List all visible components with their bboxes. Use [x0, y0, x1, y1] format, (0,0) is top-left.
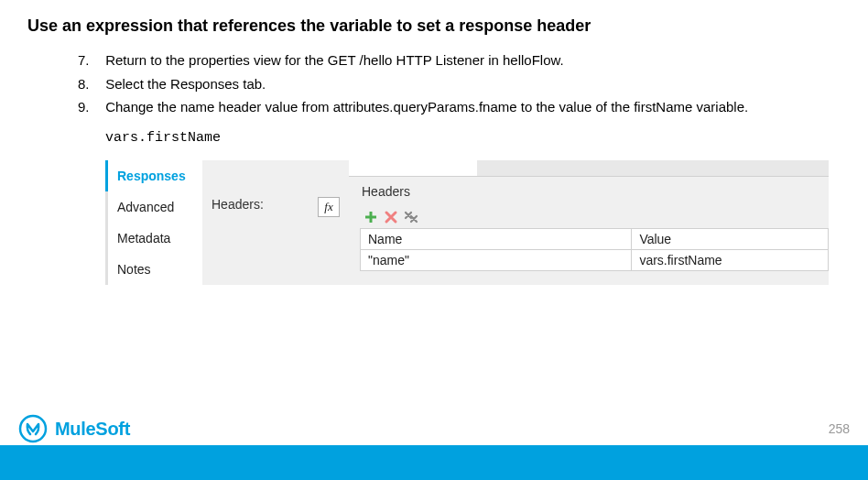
delete-icon[interactable]	[384, 210, 398, 224]
mulesoft-icon	[18, 414, 48, 443]
code-snippet: vars.firstName	[105, 130, 841, 146]
step-number: 9.	[78, 95, 102, 119]
step-text: Return to the properties view for the GE…	[105, 52, 564, 68]
headers-table: Name Value "name" vars.firstName	[360, 228, 829, 271]
panel-gutter	[349, 160, 477, 176]
bottom-bar	[0, 445, 868, 480]
step-8: 8. Select the Responses tab.	[78, 72, 841, 96]
table-row[interactable]: "name" vars.firstName	[361, 249, 829, 270]
svg-point-2	[20, 416, 46, 442]
slide-footer: MuleSoft 258	[18, 414, 850, 443]
properties-tabs: Responses Advanced Metadata Notes	[105, 160, 190, 285]
step-text: Change the name header value from attrib…	[105, 99, 748, 115]
logo-text: MuleSoft	[55, 419, 130, 440]
ui-screenshot: Responses Advanced Metadata Notes Header…	[105, 160, 829, 285]
add-icon[interactable]	[363, 210, 378, 224]
headers-panel: Headers	[349, 160, 829, 285]
column-header-name: Name	[361, 228, 632, 249]
tab-metadata[interactable]: Metadata	[105, 223, 190, 254]
headers-toolbar	[360, 208, 829, 228]
page-number: 258	[829, 421, 850, 436]
step-7: 7. Return to the properties view for the…	[78, 49, 841, 72]
cell-value[interactable]: vars.firstName	[632, 249, 829, 270]
tab-notes[interactable]: Notes	[105, 254, 190, 285]
step-number: 8.	[78, 72, 102, 96]
slide-title: Use an expression that references the va…	[27, 16, 841, 36]
mulesoft-logo: MuleSoft	[18, 414, 130, 443]
headers-label: Headers:	[212, 197, 264, 212]
tab-advanced[interactable]: Advanced	[105, 191, 190, 223]
panel-section-label: Headers	[362, 184, 829, 199]
cell-name[interactable]: "name"	[361, 249, 632, 270]
instruction-steps: 7. Return to the properties view for the…	[78, 49, 841, 119]
column-header-value: Value	[632, 228, 829, 249]
svg-rect-1	[365, 215, 376, 218]
step-9: 9. Change the name header value from att…	[78, 95, 841, 119]
clear-all-icon[interactable]	[404, 210, 418, 224]
step-text: Select the Responses tab.	[105, 76, 266, 92]
panel-top-band	[349, 160, 829, 177]
step-number: 7.	[78, 49, 102, 72]
headers-config: Headers: fx	[202, 160, 349, 285]
fx-button[interactable]: fx	[318, 197, 340, 217]
tab-responses[interactable]: Responses	[105, 160, 190, 191]
